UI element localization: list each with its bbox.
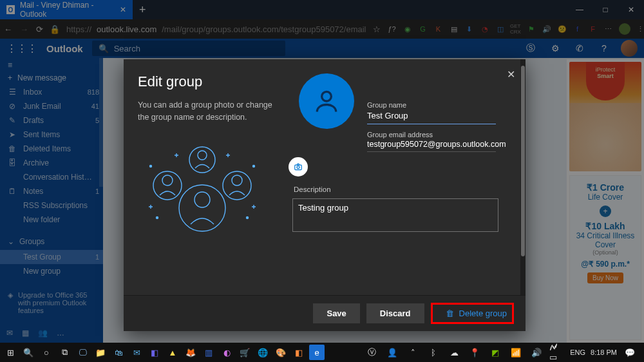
ext-icon[interactable]: ▤ [449, 24, 459, 34]
skype-icon[interactable]: Ⓢ [523, 43, 538, 54]
ext-icon[interactable]: ƒ? [387, 24, 397, 34]
dialog-close-button[interactable]: ✕ [507, 68, 515, 81]
window-maximize-icon[interactable]: □ [592, 0, 618, 19]
sidebar-folder[interactable]: 🗒Notes1 [0, 184, 103, 198]
ext-icon[interactable]: G [418, 24, 428, 34]
save-button[interactable]: Save [313, 303, 359, 323]
ext-icon[interactable]: ⋯ [603, 24, 614, 34]
sidebar-folder[interactable]: 🗑Deleted Items [0, 142, 103, 156]
group-name-input[interactable] [367, 109, 496, 124]
sidebar-folder[interactable]: 🗄Archive [0, 156, 103, 170]
tray-clock[interactable]: 8:18 PM [591, 348, 617, 356]
megaphone-icon[interactable]: ✆ [572, 43, 587, 53]
taskbar-app[interactable]: ✉ [129, 345, 144, 360]
people-icon[interactable]: 👥 [38, 329, 48, 338]
taskbar-app[interactable]: 🌐 [255, 345, 270, 360]
taskbar-app[interactable]: 🦊 [183, 345, 198, 360]
mail-icon[interactable]: ✉ [6, 329, 13, 338]
cortana-icon[interactable]: ○ [39, 345, 54, 360]
taskview-icon[interactable]: ⧉ [57, 345, 72, 360]
sidebar-folder[interactable]: ✎Drafts5 [0, 113, 103, 128]
browser-tab[interactable]: O Mail - Viney Dhiman - Outlook ✕ [0, 0, 133, 19]
tab-close-icon[interactable]: ✕ [120, 5, 126, 14]
menu-icon[interactable]: ⋮ [636, 24, 645, 34]
ext-icon[interactable]: K [433, 24, 444, 34]
app-launcher-icon[interactable]: ⋮⋮⋮ [6, 43, 37, 55]
delete-group-button[interactable]: 🗑 Delete group [446, 309, 507, 318]
sidebar-group-item[interactable]: Test Group1 [0, 250, 103, 264]
sidebar-folder[interactable]: ☰Inbox818 [0, 85, 103, 99]
ext-icon[interactable]: ◉ [402, 24, 413, 34]
lock-icon[interactable]: 🔒 [50, 24, 60, 34]
tray-volume-icon[interactable]: 🔊 [529, 345, 544, 360]
sidebar-group-item[interactable]: New group [0, 264, 103, 278]
outlook-brand[interactable]: Outlook [46, 43, 83, 54]
tray-nvidia-icon[interactable]: ◩ [488, 345, 503, 360]
window-minimize-icon[interactable]: — [567, 0, 592, 19]
description-input[interactable] [292, 198, 498, 232]
new-message-button[interactable]: +New message [0, 71, 103, 85]
tray-notifications-icon[interactable]: 💬 [622, 345, 638, 360]
taskbar-app[interactable]: ▥ [201, 345, 216, 360]
tray-user-icon[interactable]: ⓥ [364, 345, 379, 360]
nav-back-icon[interactable]: ← [4, 24, 12, 34]
nav-forward-icon[interactable]: → [20, 24, 28, 34]
taskbar-app[interactable]: ▲ [165, 345, 180, 360]
ext-icon[interactable]: ⚑ [526, 24, 536, 34]
ext-icon[interactable]: GETCRX [511, 24, 521, 34]
ext-icon[interactable]: f [573, 24, 583, 34]
taskbar-app[interactable]: 🛒 [237, 345, 252, 360]
avatar-icon[interactable] [619, 23, 630, 35]
ext-icon[interactable]: 😕 [557, 24, 567, 34]
star-icon[interactable]: ☆ [373, 24, 381, 34]
taskbar-app[interactable]: 🎨 [273, 345, 289, 360]
taskbar-app[interactable]: 📁 [93, 345, 108, 360]
ext-icon[interactable]: ⬇ [464, 24, 475, 34]
sidebar-folder[interactable]: Conversation Hist… [0, 170, 103, 184]
ext-icon[interactable]: 🔊 [542, 24, 552, 34]
sidebar-hamburger[interactable]: ≡ [0, 58, 103, 71]
groups-header[interactable]: ⌄ Groups [0, 233, 103, 250]
task-search-icon[interactable]: 🔍 [21, 345, 36, 360]
nav-reload-icon[interactable]: ⟳ [36, 24, 43, 34]
upload-photo-button[interactable] [289, 157, 308, 176]
tray-bluetooth-icon[interactable]: ᛒ [426, 345, 441, 360]
ext-icon[interactable]: F [588, 24, 598, 34]
taskbar-app[interactable]: 🛍 [111, 345, 126, 360]
search-input[interactable]: 🔍 Search [92, 41, 285, 56]
dialog-scrollbar[interactable] [520, 59, 526, 295]
ad-banner-2[interactable]: ₹1 Crore Life Cover + ₹10 Lakh 34 Critic… [569, 175, 641, 340]
taskbar-app[interactable]: ◧ [147, 345, 162, 360]
svg-point-14 [297, 166, 299, 169]
window-close-icon[interactable]: ✕ [618, 0, 644, 19]
gear-icon[interactable]: ⚙ [547, 43, 563, 53]
tray-battery-icon[interactable]: 🗲▭ [549, 345, 565, 360]
calendar-icon[interactable]: ▦ [22, 329, 29, 338]
tray-up-icon[interactable]: ˄ [405, 345, 421, 360]
user-avatar[interactable] [621, 40, 638, 57]
tray-onedrive-icon[interactable]: ☁ [446, 345, 462, 360]
sidebar-folder[interactable]: RSS Subscriptions [0, 198, 103, 213]
sidebar-folder[interactable]: ⊘Junk Email41 [0, 99, 103, 113]
ext-icon[interactable]: ◫ [495, 24, 506, 34]
tray-wifi-icon[interactable]: 📶 [508, 345, 524, 360]
address-bar[interactable]: https://outlook.live.com/mail/group/grou… [66, 24, 366, 34]
taskbar-edge[interactable]: e [309, 345, 325, 360]
taskbar-app[interactable]: 🖵 [75, 345, 90, 360]
start-button[interactable]: ⊞ [3, 345, 18, 360]
discard-button[interactable]: Discard [366, 303, 424, 323]
taskbar-app[interactable]: ◐ [219, 345, 234, 360]
sidebar-folder[interactable]: ➤Sent Items [0, 128, 103, 142]
more-icon[interactable]: … [57, 329, 64, 338]
ad-banner-1[interactable]: iProtect Smart [569, 62, 641, 171]
upgrade-banner[interactable]: ◈ Upgrade to Office 365 with premium Out… [0, 286, 103, 319]
sidebar-folder[interactable]: New folder [0, 213, 103, 227]
taskbar-app[interactable]: ◧ [291, 345, 307, 360]
new-tab-button[interactable]: + [133, 3, 153, 17]
tray-location-icon[interactable]: 📍 [467, 345, 482, 360]
ad-buy-button[interactable]: Buy Now [587, 272, 623, 283]
tray-language[interactable]: ENG [570, 348, 585, 356]
ext-icon[interactable]: ◔ [480, 24, 490, 34]
tray-people-icon[interactable]: 👤 [384, 345, 400, 360]
help-icon[interactable]: ? [596, 43, 612, 53]
